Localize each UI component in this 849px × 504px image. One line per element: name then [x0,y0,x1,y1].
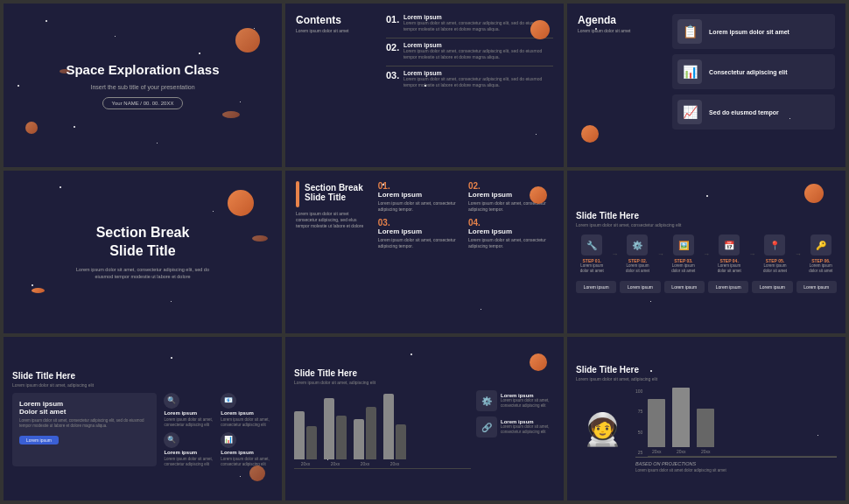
slide1-subtitle: Insert the sub title of your presentatio… [90,84,194,90]
step-item-1: 01. Lorem ipsum Lorem ipsum dolor sit am… [378,181,463,213]
content-grid: Lorem ipsumDolor sit amet Lorem ipsum do… [12,393,273,466]
slide7-title: Slide Title Here [12,371,75,381]
slide-4: Section BreakSlide Title Lorem ipsum dol… [4,171,282,334]
labels-row: Lorem ipsum Lorem ipsum Lorem ipsum Lore… [576,281,837,293]
slide8-subtitle: Lorem ipsum dolor sit amet, adipiscing e… [294,380,375,385]
y-axis-labels: 100 75 50 25 [635,387,642,457]
slide5-left: Section BreakSlide Title Lorem ipsum dol… [296,181,371,229]
step-icon-5: 📍 [764,234,785,256]
slide-8: Slide Title Here Lorem ipsum dolor sit a… [285,337,564,500]
slide-2: Contents Lorem ipsum dolor sit amet 01. … [285,4,564,167]
chart-icon-2: 🔗 [476,416,497,438]
slide-7: Slide Title Here Lorem ipsum dolor sit a… [4,337,282,500]
chart-info-text-2: Lorem ipsum Lorem ipsum dolor sit amet, … [501,419,555,435]
step-box-3: 🖼️ STEP 03. Lorem ipsum dolor sit amet [668,234,699,274]
bar-2a [324,398,334,459]
bars-3 [354,407,376,459]
bar-group-1: 20xx [294,411,317,466]
label-box-3: Lorem ipsum [664,281,705,293]
step-box-4: 📅 STEP 04. Lorem ipsum dolor sit amet [713,234,745,274]
icon-item-2: 📧 Lorem ipsum Lorem ipsum dolor sit amet… [221,393,273,428]
slide5-body: Lorem ipsum dolor sit amet consecetur ad… [296,211,371,229]
chart9-bar-group-2: 20xx [672,388,690,454]
step-connector-1 [611,234,618,274]
main-box-heading: Lorem ipsumDolor sit amet [19,400,150,416]
slide1-name-badge: Your NAME / 00. 00. 20XX [102,97,184,109]
icons-grid: 🔍 Lorem ipsum Lorem ipsum dolor sit amet… [164,393,273,466]
icon-heading-4: Lorem ipsum [221,450,254,455]
agenda-item-text-3: Sed do eiusmod tempor [709,109,779,116]
agenda-heading-3: Sed do eiusmod tempor [709,109,779,116]
astronaut-area: 🧑‍🚀 [576,387,628,472]
agenda-item-2: 📊 Consectetur adipiscing elit [672,54,835,89]
step-box-6: 🔑 STEP 06. Lorem ipsum dolor sit amet [805,234,837,274]
contents-body-3: Lorem ipsum dolor sit amet, consectetur … [403,76,553,88]
steps-row: 🔧 STEP 01. Lorem ipsum dolor sit amet ⚙️… [576,234,837,274]
step-num-4: 04. [468,218,553,228]
label-box-2: Lorem ipsum [620,281,660,293]
contents-text-2: Lorem ipsum Lorem ipsum dolor sit amet, … [403,42,553,60]
step-desc-3: Lorem ipsum dolor sit amet [668,263,699,274]
y-label-50: 50 [635,430,642,435]
bar-1b [306,426,317,459]
step-connector-4 [748,234,755,274]
bar-3a [354,419,364,459]
based-on-label: BASED ON PROJECTIONS [635,461,837,466]
contents-left: Contents Lorem ipsum dolor sit amet [296,14,386,33]
agenda-heading-2: Consectetur adipiscing elit [709,69,787,75]
chart9-label-3: 20xx [701,449,711,454]
icon-3: 🔍 [164,432,179,448]
bar-label-1: 20xx [301,461,311,466]
step-desc-1: Lorem ipsum dolor sit amet [576,263,607,274]
icon-heading-1: Lorem ipsum [164,410,197,416]
icon-body-3: Lorem ipsum dolor sit amet, consectetur … [164,457,216,467]
contents-item-3: 03. Lorem ipsum Lorem ipsum dolor sit am… [386,70,553,88]
agenda-item-3: 📈 Sed do eiusmod tempor [672,94,835,130]
bar-4b [396,424,406,459]
step-connector-2 [657,234,664,274]
chart-info-text-1: Lorem ipsum Lorem ipsum dolor sit amet, … [501,393,555,409]
agenda-item-1: 📋 Lorem ipsum dolor sit amet [672,14,835,49]
bar-1a [294,411,305,459]
chart9-bar-group-3: 20xx [697,409,714,454]
icon-2: 📧 [221,393,236,409]
contents-num-2: 02. [386,42,403,60]
main-box-body: Lorem ipsum dolor sit amet, consectetur … [19,418,150,430]
icon-heading-2: Lorem ipsum [221,410,254,416]
agenda-icon-3: 📈 [677,100,702,124]
chart9-area: 100 75 50 25 20xx 20xx [635,387,837,472]
chart-area: 20xx 20xx 20xx [294,390,555,469]
contents-item-1: 01. Lorem ipsum Lorem ipsum dolor sit am… [386,14,553,32]
agenda-item-text-2: Consectetur adipiscing elit [709,69,787,75]
main-box-btn[interactable]: Lorem ipsum [19,436,59,444]
main-content-box: Lorem ipsumDolor sit amet Lorem ipsum do… [12,393,157,466]
step-item-4: 04. Lorem ipsum Lorem ipsum dolor sit am… [468,218,553,249]
icon-item-3: 🔍 Lorem ipsum Lorem ipsum dolor sit amet… [164,432,216,467]
bottom-text: Lorem ipsum dolor sit amet dolor adipisc… [635,468,837,472]
contents-title: Contents [296,14,379,26]
agenda-item-text-1: Lorem ipsum dolor sit amet [709,29,789,35]
step-heading-1: Lorem ipsum [378,191,463,199]
slide-1: Space Exploration Class Insert the sub t… [4,4,282,167]
contents-body-2: Lorem ipsum dolor sit amet, consectetur … [403,48,553,60]
contents-text-3: Lorem ipsum Lorem ipsum dolor sit amet, … [403,70,553,88]
contents-right: 01. Lorem ipsum Lorem ipsum dolor sit am… [386,14,553,94]
astronaut-figure: 🧑‍🚀 [583,411,622,448]
step-desc-6: Lorem ipsum dolor sit amet [805,263,837,274]
icon-body-4: Lorem ipsum dolor sit amet, consectetur … [221,457,273,467]
contents-item-2: 02. Lorem ipsum Lorem ipsum dolor sit am… [386,42,553,60]
step-body-3: Lorem ipsum dolor sit amet, consectetur … [378,237,463,249]
y-label-100: 100 [635,388,642,394]
agenda-icon-1: 📋 [677,19,702,44]
step-box-2: ⚙️ STEP 02. Lorem ipsum dolor sit amet [621,234,653,274]
chart9-label-1: 20xx [652,449,662,454]
slide1-title: Space Exploration Class [66,61,219,79]
chart9-bar-group-1: 20xx [648,399,665,454]
step-heading-3: Lorem ipsum [378,228,463,235]
chart-icon-1: ⚙️ [476,390,497,411]
bar-group-4: 20xx [383,394,406,466]
slide6-title: Slide Title Here [576,211,639,220]
slide5-title: Section BreakSlide Title [305,183,363,202]
chart-info-body-2: Lorem ipsum dolor sit amet, consectetur … [501,424,555,435]
bar-label-2: 20xx [331,461,340,466]
